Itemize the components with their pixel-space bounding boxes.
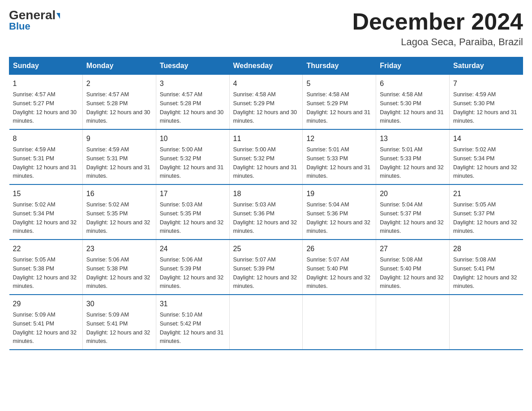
table-row: 19 Sunrise: 5:04 AMSunset: 5:36 PMDaylig… [303,184,376,240]
day-info: Sunrise: 5:00 AMSunset: 5:32 PMDaylight:… [160,146,223,179]
day-info: Sunrise: 5:04 AMSunset: 5:36 PMDaylight:… [306,201,370,234]
calendar-week-row: 22 Sunrise: 5:05 AMSunset: 5:38 PMDaylig… [9,240,523,295]
day-number: 1 [13,78,79,89]
table-row: 7 Sunrise: 4:59 AMSunset: 5:30 PMDayligh… [450,75,523,130]
day-number: 8 [13,133,79,144]
header-friday: Friday [376,57,450,75]
day-number: 25 [233,244,299,254]
day-number: 21 [453,188,519,199]
table-row: 17 Sunrise: 5:03 AMSunset: 5:35 PMDaylig… [156,184,229,240]
day-number: 30 [86,299,152,309]
header-thursday: Thursday [303,57,376,75]
day-number: 12 [306,133,372,144]
table-row: 15 Sunrise: 5:02 AMSunset: 5:34 PMDaylig… [9,184,83,240]
logo-triangle-icon [56,13,60,19]
day-info: Sunrise: 4:57 AMSunset: 5:27 PMDaylight:… [13,91,77,124]
day-number: 15 [13,188,79,199]
day-number: 6 [380,78,446,89]
table-row: 12 Sunrise: 5:01 AMSunset: 5:33 PMDaylig… [303,129,376,184]
table-row: 9 Sunrise: 4:59 AMSunset: 5:31 PMDayligh… [82,129,156,184]
table-row: 22 Sunrise: 5:05 AMSunset: 5:38 PMDaylig… [9,240,83,295]
day-info: Sunrise: 4:59 AMSunset: 5:31 PMDaylight:… [86,146,150,179]
table-row: 10 Sunrise: 5:00 AMSunset: 5:32 PMDaylig… [156,129,229,184]
day-info: Sunrise: 5:08 AMSunset: 5:41 PMDaylight:… [453,257,517,289]
day-number: 28 [453,244,519,254]
day-info: Sunrise: 4:57 AMSunset: 5:28 PMDaylight:… [160,91,223,124]
day-number: 29 [13,299,79,309]
table-row: 16 Sunrise: 5:02 AMSunset: 5:35 PMDaylig… [82,184,156,240]
day-info: Sunrise: 5:07 AMSunset: 5:40 PMDaylight:… [306,257,370,289]
day-info: Sunrise: 5:06 AMSunset: 5:38 PMDaylight:… [86,257,150,289]
header-saturday: Saturday [450,57,523,75]
day-info: Sunrise: 4:59 AMSunset: 5:30 PMDaylight:… [453,91,517,124]
table-row [450,295,523,350]
day-info: Sunrise: 5:03 AMSunset: 5:35 PMDaylight:… [160,201,223,234]
day-info: Sunrise: 5:00 AMSunset: 5:32 PMDaylight:… [233,146,297,179]
day-info: Sunrise: 5:05 AMSunset: 5:37 PMDaylight:… [453,201,517,234]
day-info: Sunrise: 5:04 AMSunset: 5:37 PMDaylight:… [380,201,443,234]
day-info: Sunrise: 5:09 AMSunset: 5:41 PMDaylight:… [86,312,150,344]
calendar-week-row: 29 Sunrise: 5:09 AMSunset: 5:41 PMDaylig… [9,295,523,350]
table-row: 27 Sunrise: 5:08 AMSunset: 5:40 PMDaylig… [376,240,450,295]
table-row: 13 Sunrise: 5:01 AMSunset: 5:33 PMDaylig… [376,129,450,184]
day-number: 17 [160,188,226,199]
table-row: 8 Sunrise: 4:59 AMSunset: 5:31 PMDayligh… [9,129,83,184]
logo: General Blue [9,9,60,32]
day-number: 23 [86,244,152,254]
calendar-title: December 2024 [352,9,523,34]
day-info: Sunrise: 5:02 AMSunset: 5:34 PMDaylight:… [453,146,517,179]
calendar-week-row: 8 Sunrise: 4:59 AMSunset: 5:31 PMDayligh… [9,129,523,184]
table-row: 2 Sunrise: 4:57 AMSunset: 5:28 PMDayligh… [82,75,156,130]
table-row: 1 Sunrise: 4:57 AMSunset: 5:27 PMDayligh… [9,75,83,130]
table-row: 29 Sunrise: 5:09 AMSunset: 5:41 PMDaylig… [9,295,83,350]
table-row [229,295,303,350]
day-info: Sunrise: 5:09 AMSunset: 5:41 PMDaylight:… [13,312,77,344]
day-info: Sunrise: 5:10 AMSunset: 5:42 PMDaylight:… [160,312,223,344]
table-row: 21 Sunrise: 5:05 AMSunset: 5:37 PMDaylig… [450,184,523,240]
day-info: Sunrise: 5:01 AMSunset: 5:33 PMDaylight:… [306,146,370,179]
day-info: Sunrise: 5:01 AMSunset: 5:33 PMDaylight:… [380,146,443,179]
table-row [303,295,376,350]
day-number: 11 [233,133,299,144]
table-row: 26 Sunrise: 5:07 AMSunset: 5:40 PMDaylig… [303,240,376,295]
day-info: Sunrise: 5:08 AMSunset: 5:40 PMDaylight:… [380,257,443,289]
table-row: 18 Sunrise: 5:03 AMSunset: 5:36 PMDaylig… [229,184,303,240]
table-row: 3 Sunrise: 4:57 AMSunset: 5:28 PMDayligh… [156,75,229,130]
table-row: 4 Sunrise: 4:58 AMSunset: 5:29 PMDayligh… [229,75,303,130]
day-number: 27 [380,244,446,254]
table-row: 24 Sunrise: 5:06 AMSunset: 5:39 PMDaylig… [156,240,229,295]
table-row: 28 Sunrise: 5:08 AMSunset: 5:41 PMDaylig… [450,240,523,295]
day-number: 5 [306,78,372,89]
day-number: 3 [160,78,226,89]
table-row: 5 Sunrise: 4:58 AMSunset: 5:29 PMDayligh… [303,75,376,130]
day-info: Sunrise: 5:03 AMSunset: 5:36 PMDaylight:… [233,201,297,234]
day-info: Sunrise: 4:58 AMSunset: 5:29 PMDaylight:… [306,91,370,124]
day-info: Sunrise: 5:02 AMSunset: 5:34 PMDaylight:… [13,201,77,234]
logo-blue-text: Blue [9,21,30,32]
day-info: Sunrise: 4:59 AMSunset: 5:31 PMDaylight:… [13,146,77,179]
table-row: 14 Sunrise: 5:02 AMSunset: 5:34 PMDaylig… [450,129,523,184]
day-number: 26 [306,244,372,254]
table-row: 20 Sunrise: 5:04 AMSunset: 5:37 PMDaylig… [376,184,450,240]
day-number: 18 [233,188,299,199]
day-info: Sunrise: 5:05 AMSunset: 5:38 PMDaylight:… [13,257,77,289]
calendar-week-row: 1 Sunrise: 4:57 AMSunset: 5:27 PMDayligh… [9,75,523,130]
day-info: Sunrise: 4:58 AMSunset: 5:30 PMDaylight:… [380,91,443,124]
table-row: 6 Sunrise: 4:58 AMSunset: 5:30 PMDayligh… [376,75,450,130]
table-row: 30 Sunrise: 5:09 AMSunset: 5:41 PMDaylig… [82,295,156,350]
day-number: 22 [13,244,79,254]
calendar-subtitle: Lagoa Seca, Paraiba, Brazil [352,36,523,48]
header-sunday: Sunday [9,57,83,75]
day-number: 7 [453,78,519,89]
day-number: 9 [86,133,152,144]
day-number: 4 [233,78,299,89]
calendar-week-row: 15 Sunrise: 5:02 AMSunset: 5:34 PMDaylig… [9,184,523,240]
day-number: 20 [380,188,446,199]
header-monday: Monday [82,57,156,75]
header-wednesday: Wednesday [229,57,303,75]
day-number: 24 [160,244,226,254]
day-number: 10 [160,133,226,144]
table-row: 11 Sunrise: 5:00 AMSunset: 5:32 PMDaylig… [229,129,303,184]
day-info: Sunrise: 5:06 AMSunset: 5:39 PMDaylight:… [160,257,223,289]
day-info: Sunrise: 4:57 AMSunset: 5:28 PMDaylight:… [86,91,150,124]
